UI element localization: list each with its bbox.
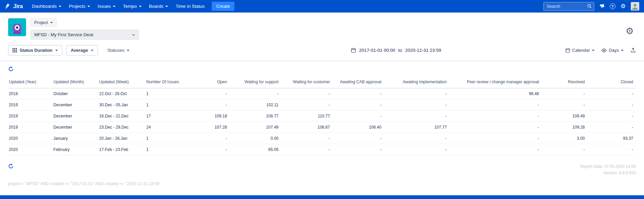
metric-button[interactable]: Average: [66, 45, 98, 56]
navbar-left: Jira DashboardsProjectsIssuesTempoBoards…: [5, 2, 234, 11]
refresh-icon[interactable]: [8, 163, 14, 169]
table-row: 2018October22.Oct - 28.Oct1-----96.48--: [8, 88, 636, 100]
cell: -: [450, 122, 542, 133]
create-button[interactable]: Create: [212, 2, 234, 11]
cell: 24: [146, 122, 191, 133]
jql-query: project = "MFSD" AND created >= "2017-01…: [0, 176, 644, 186]
eye-icon: [601, 48, 607, 52]
column-header: Open: [191, 76, 230, 88]
cell: -: [542, 100, 587, 111]
navbar-right: ? ⚙: [543, 2, 639, 11]
cell: 17.Feb - 23.Feb: [99, 144, 146, 155]
cell: 96.48: [450, 88, 542, 100]
chevron-down-icon: [165, 6, 168, 7]
jira-logo-icon: [5, 3, 11, 9]
chevron-down-icon: [87, 6, 90, 7]
chevron-down-icon: [55, 50, 58, 51]
status-duration-table: Updated (Year)Updated (Month)Updated (We…: [8, 76, 636, 155]
cell: -: [333, 144, 384, 155]
refresh-icon[interactable]: [8, 66, 14, 72]
unit-dropdown[interactable]: Days: [601, 48, 624, 53]
cell: December: [53, 111, 99, 122]
cell: 2019: [8, 122, 53, 133]
report-settings-gear-icon[interactable]: ⚙: [626, 27, 634, 36]
cell: 107.77: [384, 122, 450, 133]
column-header: Peer review / change manager approval: [450, 76, 542, 88]
date-range[interactable]: 2017-01-01 00:00 to 2020-12-31 23:59: [351, 48, 441, 53]
cell: -: [384, 88, 450, 100]
date-from: 2017-01-01 00:00: [359, 48, 395, 53]
cell: -: [191, 100, 230, 111]
cell: -: [587, 144, 636, 155]
cell: 106.40: [333, 122, 384, 133]
cell: -: [333, 133, 384, 144]
search-icon[interactable]: [587, 4, 592, 10]
cell: -: [281, 100, 333, 111]
report-type-button[interactable]: Status Duration: [8, 45, 62, 56]
cell: -: [191, 88, 230, 100]
calendar-icon: [565, 48, 570, 53]
cell: -: [281, 133, 333, 144]
table-row: 2019December16.Dec - 22.Dec17109.18108.7…: [8, 111, 636, 122]
help-icon[interactable]: ?: [610, 3, 616, 9]
user-avatar[interactable]: [631, 2, 639, 10]
toolbar-right: Calendar Days: [565, 47, 636, 53]
statuses-dropdown[interactable]: Statuses: [107, 48, 130, 53]
column-header: Updated (Month): [53, 76, 99, 88]
cell: 16.Dec - 22.Dec: [99, 111, 146, 122]
cell: -: [333, 88, 384, 100]
report-date: Report Date: 27.05.2020 14:55: [580, 163, 636, 170]
cell: 1: [146, 133, 191, 144]
cell: -: [230, 88, 281, 100]
cell: 0.00: [230, 133, 281, 144]
cell: -: [450, 100, 542, 111]
nav-item-dashboards[interactable]: Dashboards: [28, 4, 65, 9]
cell: December: [53, 122, 99, 133]
cell: -: [587, 111, 636, 122]
column-header: Updated (Year): [8, 76, 53, 88]
report-type-label: Status Duration: [20, 48, 53, 53]
metric-label: Average: [71, 48, 88, 53]
search-input[interactable]: [543, 2, 594, 11]
project-header: Project MFSD - My First Service Desk ⚙: [0, 13, 644, 42]
cell: -: [191, 133, 230, 144]
cell: February: [53, 144, 99, 155]
calendar-icon: [351, 48, 356, 53]
cell: 109.18: [191, 111, 230, 122]
jira-brand[interactable]: Jira: [5, 3, 23, 9]
chevron-down-icon: [621, 50, 624, 51]
scope-label: Project: [34, 20, 48, 25]
chevron-down-icon: [592, 50, 595, 51]
calendar-dropdown[interactable]: Calendar: [565, 48, 595, 53]
cell: 109.28: [542, 122, 587, 133]
nav-item-tempo[interactable]: Tempo: [119, 4, 145, 9]
cell: -: [191, 144, 230, 155]
cell: 2018: [8, 88, 53, 100]
project-select[interactable]: MFSD - My First Service Desk: [30, 30, 139, 40]
column-header: Closed: [587, 76, 636, 88]
nav-item-time-in-status[interactable]: Time in Status: [172, 4, 208, 9]
cell: 2020: [8, 133, 53, 144]
nav-item-boards[interactable]: Boards: [145, 4, 172, 9]
scope-dropdown[interactable]: Project: [30, 18, 57, 27]
column-header: Updated (Week): [99, 76, 146, 88]
settings-icon[interactable]: ⚙: [621, 3, 626, 9]
table-row: 2020January20.Jan - 26.Jan1-0.00----3.00…: [8, 133, 636, 144]
cell: -: [587, 100, 636, 111]
cell: 65.05: [230, 144, 281, 155]
cell: -: [281, 88, 333, 100]
cell: -: [450, 144, 542, 155]
cell: -: [450, 111, 542, 122]
announcement-icon[interactable]: [599, 4, 605, 9]
table-body: 2018October22.Oct - 28.Oct1-----96.48--2…: [8, 88, 636, 155]
top-navbar: Jira DashboardsProjectsIssuesTempoBoards…: [0, 0, 644, 13]
cell: -: [384, 144, 450, 155]
cell: 23.Dec - 29.Dec: [99, 122, 146, 133]
column-header: Waiting for support: [230, 76, 281, 88]
cell: -: [587, 88, 636, 100]
chevron-down-icon: [127, 50, 129, 51]
cell: 2019: [8, 111, 53, 122]
export-icon[interactable]: [630, 47, 636, 53]
nav-item-issues[interactable]: Issues: [94, 4, 119, 9]
nav-item-projects[interactable]: Projects: [65, 4, 94, 9]
